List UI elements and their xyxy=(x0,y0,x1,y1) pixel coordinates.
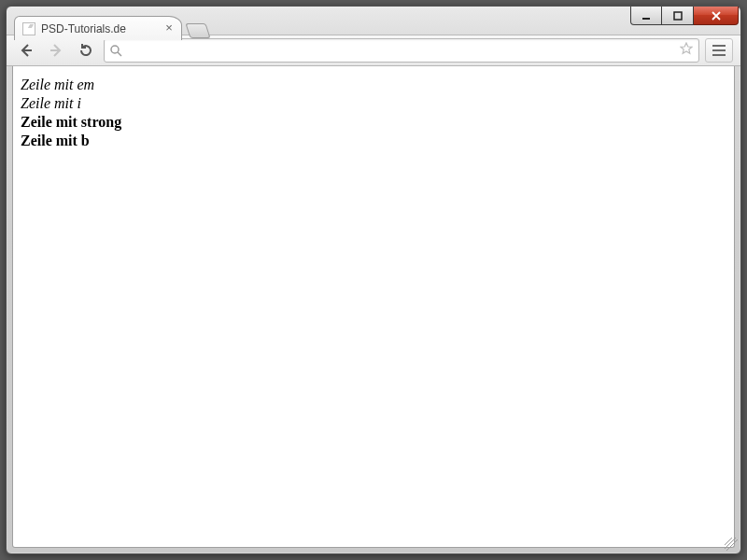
address-bar[interactable] xyxy=(104,38,699,63)
arrow-left-icon xyxy=(18,42,35,59)
arrow-right-icon xyxy=(48,42,64,59)
minimize-icon xyxy=(641,11,651,21)
text-em-line: Zeile mit em xyxy=(21,76,726,94)
reload-button[interactable] xyxy=(74,38,98,63)
text-b-line: Zeile mit b xyxy=(21,132,726,150)
search-icon xyxy=(110,45,122,57)
tab-title: PSD-Tutorials.de xyxy=(41,22,126,35)
hamburger-icon xyxy=(712,49,726,51)
window-maximize-button[interactable] xyxy=(662,7,694,25)
svg-rect-0 xyxy=(642,18,650,20)
tab-active[interactable]: PSD-Tutorials.de × xyxy=(14,16,182,40)
tab-strip: PSD-Tutorials.de × xyxy=(14,14,208,40)
address-input[interactable] xyxy=(128,44,674,58)
browser-window: PSD-Tutorials.de × xyxy=(6,6,741,554)
forward-button[interactable] xyxy=(44,38,68,63)
chrome-menu-button[interactable] xyxy=(705,38,733,63)
window-close-button[interactable] xyxy=(694,7,739,25)
svg-line-3 xyxy=(118,52,121,56)
svg-point-2 xyxy=(111,46,119,53)
page-viewport: Zeile mit em Zeile mit i Zeile mit stron… xyxy=(12,66,735,548)
window-resize-grip[interactable] xyxy=(725,538,738,551)
text-i-line: Zeile mit i xyxy=(21,94,726,113)
close-icon xyxy=(711,11,722,21)
window-minimize-button[interactable] xyxy=(630,7,662,25)
maximize-icon xyxy=(673,11,683,21)
reload-icon xyxy=(78,43,93,58)
window-controls xyxy=(630,7,739,25)
tab-close-button[interactable]: × xyxy=(162,22,176,35)
page-content: Zeile mit em Zeile mit i Zeile mit stron… xyxy=(13,66,734,160)
bookmark-star-icon[interactable] xyxy=(680,42,693,59)
text-strong-line: Zeile mit strong xyxy=(21,113,726,132)
window-titlebar[interactable]: PSD-Tutorials.de × xyxy=(7,7,740,35)
svg-rect-1 xyxy=(674,12,682,20)
page-favicon-icon xyxy=(22,22,35,35)
new-tab-button[interactable] xyxy=(185,23,210,38)
back-button[interactable] xyxy=(14,38,38,63)
